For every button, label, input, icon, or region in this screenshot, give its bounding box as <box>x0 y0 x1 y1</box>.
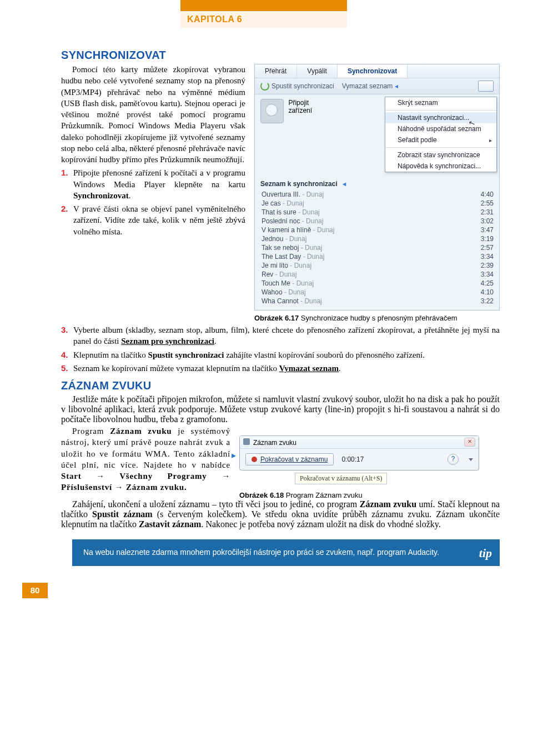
wmp-window: Přehrát Vypálit Synchronizovat Spustit s… <box>254 64 500 311</box>
record-paragraph-1: Jestliže máte k počítači připojen mikrof… <box>61 394 500 424</box>
app-icon <box>243 438 250 445</box>
track-row[interactable]: Je cas - Dunaj2:55 <box>260 199 495 208</box>
continue-record-button[interactable]: Pokračovat v záznamu <box>245 453 334 465</box>
step-bold-underline: Vymazat seznam <box>279 364 339 373</box>
track-row[interactable]: Ouvertura III. - Dunaj4:40 <box>260 190 495 199</box>
help-button[interactable]: ? <box>447 454 459 465</box>
step-text: V pravé části okna se objeví panel vyměn… <box>73 204 245 236</box>
caption-text: Synchronizace hudby s přenosným přehráva… <box>299 314 457 322</box>
track-row[interactable]: Jednou - Dunaj3:19 <box>260 234 495 243</box>
menu-sync-settings[interactable]: Nastavit synchronizaci... <box>385 112 496 123</box>
text-bold: Záznam zvuku <box>360 499 416 509</box>
track-duration: 3:47 <box>475 226 494 234</box>
track-row[interactable]: Je mi líto - Dunaj2:39 <box>260 261 495 270</box>
sr-titlebar: Záznam zvuku ✕ <box>240 436 479 449</box>
menu-sort[interactable]: Seřadit podle▸ <box>385 134 496 146</box>
track-duration: 4:25 <box>475 279 494 287</box>
track-row[interactable]: Poslední noc - Dunaj3:02 <box>260 217 495 226</box>
text-bold: Zastavit záznam <box>139 519 201 529</box>
step-text: Klepnutím na tlačítko <box>73 351 148 359</box>
step-text: Seznam ke kopírovaní můžete vymazat klep… <box>73 364 279 373</box>
tab-sync[interactable]: Synchronizovat <box>338 64 408 78</box>
clear-list-label: Vymazat seznam <box>342 82 393 90</box>
track-duration: 3:34 <box>475 253 494 261</box>
menu-help[interactable]: Nápověda k synchronizaci... <box>385 161 496 172</box>
track-duration: 3:34 <box>475 271 494 278</box>
caption-bold: Obrázek 6.18 <box>239 491 284 499</box>
menu-separator <box>385 110 496 111</box>
wmp-body: Připojit zařízení Skrýt seznam Nastavit … <box>255 94 499 176</box>
options-dropdown[interactable] <box>478 81 494 92</box>
context-menu: Skrýt seznam Nastavit synchronizaci... N… <box>385 97 497 172</box>
menu-shuffle[interactable]: Náhodně uspořádat seznam <box>385 123 496 134</box>
sound-recorder-window: Záznam zvuku ✕ Pokračovat v záznamu 0:00… <box>239 435 479 470</box>
menu-separator <box>385 147 496 148</box>
sync-text-column: Pomocí této karty můžete zkopírovat vybr… <box>61 64 245 239</box>
section-title-sync: SYNCHRONIZOVAT <box>61 49 500 62</box>
tab-burn[interactable]: Vypálit <box>297 64 338 78</box>
dropdown-icon[interactable] <box>469 458 473 461</box>
track-row[interactable]: V kameni a hlíně - Dunaj3:47 <box>260 226 495 234</box>
menu-path: Start → Všechny Programy → Příslušenství… <box>61 472 230 492</box>
figure-618-caption: Obrázek 6.18 Program Záznam zvuku <box>239 491 500 499</box>
text: . Nakonec je potřeba nový záznam uložit … <box>201 519 440 529</box>
track-row[interactable]: Rev - Dunaj3:34 <box>260 270 495 279</box>
arrow-left-icon: ◂ <box>395 83 398 89</box>
track-name: Wha Cannot - Dunaj <box>262 297 322 305</box>
page-number: 80 <box>22 583 48 598</box>
track-row[interactable]: Wahoo - Dunaj4:10 <box>260 288 495 297</box>
arrow-right-icon: ▸ <box>232 451 236 460</box>
text-bold: Záznam zvuku <box>110 427 172 435</box>
clear-list-button[interactable]: Vymazat seznam ◂ <box>342 82 400 90</box>
sync-list-header: Seznam k synchronizaci ◂ <box>255 176 499 190</box>
tip-label: tip <box>479 545 492 562</box>
sync-list-header-label: Seznam k synchronizaci <box>260 180 338 188</box>
page: KAPITOLA 6 SYNCHRONIZOVAT Pomocí této ka… <box>0 0 533 620</box>
track-row[interactable]: Wha Cannot - Dunaj3:22 <box>260 297 495 306</box>
continue-record-label: Pokračovat v záznamu <box>260 455 328 463</box>
record-paragraph-3: Zahájení, ukončení a uložení záznamu – t… <box>61 499 500 529</box>
list-number: 3. <box>61 324 68 336</box>
chapter-label: KAPITOLA 6 <box>180 10 347 28</box>
list-number: 5. <box>61 363 68 374</box>
track-name: V kameni a hlíně - Dunaj <box>262 226 334 234</box>
wmp-toolbar: Spustit synchronizaci Vymazat seznam ◂ <box>255 78 499 94</box>
start-sync-label: Spustit synchronizaci <box>271 82 334 90</box>
tab-play[interactable]: Přehrát <box>255 64 297 78</box>
text: Program <box>72 427 110 435</box>
record-two-column: Program Záznam zvuku je systémový nástro… <box>61 425 500 499</box>
track-name: Tak se neboj - Dunaj <box>262 244 322 252</box>
track-name: Poslední noc - Dunaj <box>262 217 323 225</box>
track-name: Je cas - Dunaj <box>262 199 304 207</box>
close-button[interactable]: ✕ <box>464 438 475 447</box>
track-row[interactable]: Tak se neboj - Dunaj2:57 <box>260 243 495 252</box>
arrow-left-icon: ◂ <box>343 180 346 188</box>
device-icon <box>260 99 284 123</box>
track-row[interactable]: Touch Me - Dunaj4:25 <box>260 279 495 288</box>
track-row[interactable]: That is sure - Dunaj2:31 <box>260 208 495 217</box>
track-duration: 4:10 <box>475 288 494 296</box>
menu-hide-list[interactable]: Skrýt seznam <box>385 97 496 108</box>
track-name: Wahoo - Dunaj <box>262 288 306 296</box>
track-duration: 2:31 <box>475 208 494 216</box>
sync-step-1: 1. Připojte přenosné zařízení k počítači… <box>61 167 245 201</box>
tooltip: Pokračovat v záznamu (Alt+S) <box>295 473 387 484</box>
sync-paragraph-1: Pomocí této karty můžete zkopírovat vybr… <box>61 64 245 165</box>
attach-device-label: Připojit zařízení <box>288 99 333 114</box>
step-bold: Synchronizovat <box>73 191 129 200</box>
text-bold: Spustit záznam <box>92 509 153 519</box>
sync-steps-list: 1. Připojte přenosné zařízení k počítači… <box>61 167 245 237</box>
step-bold: Spustit synchronizaci <box>148 351 224 359</box>
track-row[interactable]: The Last Day - Dunaj3:34 <box>260 252 495 261</box>
step-text: Připojte přenosné zařízení k počítači a … <box>73 168 245 188</box>
sync-step-5: 5. Seznam ke kopírovaní můžete vymazat k… <box>61 363 500 374</box>
track-duration: 3:22 <box>475 297 494 305</box>
menu-show-status[interactable]: Zobrazit stav synchronizace <box>385 149 496 161</box>
chevron-right-icon: ▸ <box>489 137 492 143</box>
start-sync-button[interactable]: Spustit synchronizaci <box>260 82 334 91</box>
track-name: Jednou - Dunaj <box>262 235 306 243</box>
section-title-record: ZÁZNAM ZVUKU <box>61 379 500 392</box>
tip-box: tip Na webu naleznete zdarma mnohem pokr… <box>72 539 500 566</box>
list-number: 4. <box>61 349 68 361</box>
step-bold-underline: Seznam pro synchronizaci <box>121 337 214 346</box>
